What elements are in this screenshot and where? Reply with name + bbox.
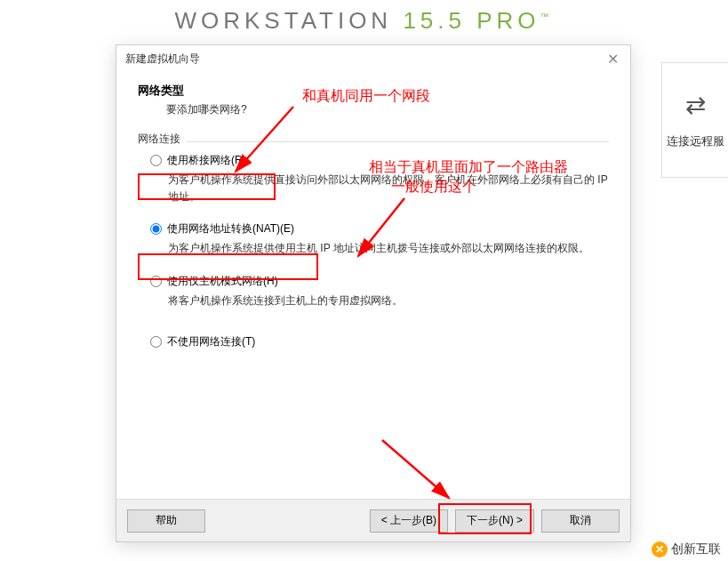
network-radio-group: 使用桥接网络(R) 为客户机操作系统提供直接访问外部以太网网络的权限。客户机在外… [138,153,609,349]
close-icon[interactable]: ✕ [604,51,621,68]
radio-hostonly-input[interactable] [150,276,162,287]
remote-server-label: 连接远程服 [667,133,724,149]
radio-nat[interactable]: 使用网络地址转换(NAT)(E) [150,221,609,236]
brand-tm: ™ [540,12,554,21]
remote-server-panel[interactable]: ⇄ 连接远程服 [661,62,728,178]
radio-item-hostonly: 使用仅主机模式网络(H) 将客户机操作系统连接到主机上的专用虚拟网络。 [150,274,609,309]
radio-none-label: 不使用网络连接(T) [167,334,255,349]
radio-bridged[interactable]: 使用桥接网络(R) [150,153,609,168]
brand-header: WORKSTATION 15.5 PRO™ [0,0,728,35]
radio-bridged-desc: 为客户机操作系统提供直接访问外部以太网网络的权限。客户机在外部网络上必须有自己的… [168,172,609,205]
radio-hostonly-label: 使用仅主机模式网络(H) [167,274,278,289]
fieldset-label: 网络连接 [138,132,609,147]
radio-bridged-label: 使用桥接网络(R) [167,153,246,168]
fieldset-divider [187,141,609,142]
dialog-header: 网络类型 要添加哪类网络? [116,72,630,132]
brand-text: WORKSTATION [174,7,403,34]
brand-version: 15.5 PRO [403,7,540,34]
header-subtitle: 要添加哪类网络? [166,102,609,117]
radio-nat-label: 使用网络地址转换(NAT)(E) [167,221,294,236]
dialog-title: 新建虚拟机向导 [125,52,200,67]
watermark: ✕ 创新互联 [652,541,721,557]
watermark-text: 创新互联 [671,541,721,557]
back-button[interactable]: < 上一步(B) [370,509,448,533]
help-button[interactable]: 帮助 [127,509,205,533]
dialog-body: 网络连接 使用桥接网络(R) 为客户机操作系统提供直接访问外部以太网网络的权限。… [116,132,630,499]
header-title: 网络类型 [138,83,609,99]
radio-nat-desc: 为客户机操作系统提供使用主机 IP 地址访问主机拨号连接或外部以太网网络连接的权… [168,240,609,257]
radio-none[interactable]: 不使用网络连接(T) [150,334,609,349]
radio-hostonly[interactable]: 使用仅主机模式网络(H) [150,274,609,289]
cancel-button[interactable]: 取消 [541,509,620,533]
radio-bridged-input[interactable] [150,155,162,166]
radio-item-none: 不使用网络连接(T) [150,334,609,349]
radio-item-nat: 使用网络地址转换(NAT)(E) 为客户机操作系统提供使用主机 IP 地址访问主… [150,221,609,257]
transfer-icon: ⇄ [685,91,706,120]
radio-none-input[interactable] [150,336,162,348]
new-vm-wizard-dialog: 新建虚拟机向导 ✕ 网络类型 要添加哪类网络? 网络连接 使用桥接网络(R) 为… [116,44,631,542]
radio-nat-input[interactable] [150,223,162,235]
radio-hostonly-desc: 将客户机操作系统连接到主机上的专用虚拟网络。 [168,293,609,309]
radio-item-bridged: 使用桥接网络(R) 为客户机操作系统提供直接访问外部以太网网络的权限。客户机在外… [150,153,609,205]
next-button[interactable]: 下一步(N) > [455,509,534,533]
watermark-logo-icon: ✕ [652,541,668,557]
dialog-titlebar: 新建虚拟机向导 ✕ [116,45,630,72]
dialog-footer: 帮助 < 上一步(B) 下一步(N) > 取消 [116,499,630,541]
